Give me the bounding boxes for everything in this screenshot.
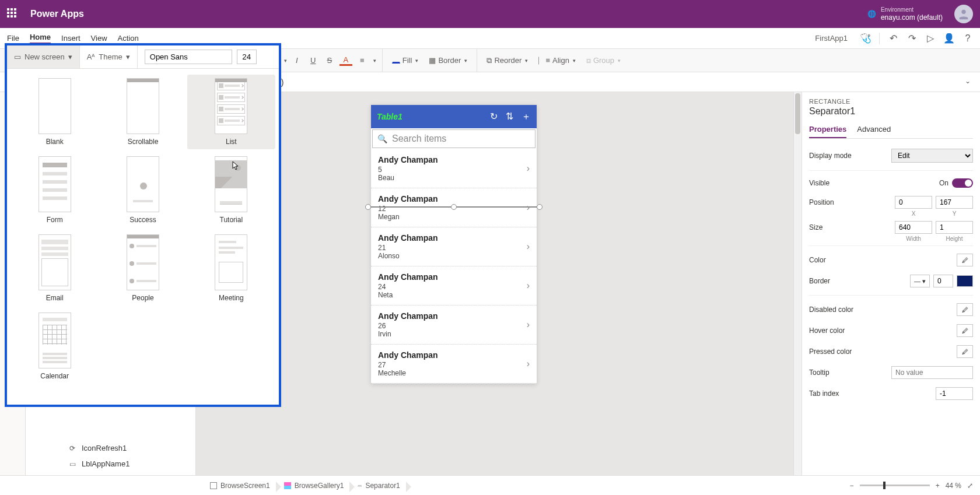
italic-icon[interactable]: I bbox=[290, 56, 303, 65]
template-scrollable[interactable]: Scrollable bbox=[99, 75, 187, 92]
text-align-icon[interactable]: ≡ bbox=[356, 56, 369, 65]
reorder-button[interactable]: ⧉ Reorder▾ bbox=[483, 54, 531, 68]
menu-home[interactable]: Home bbox=[30, 33, 51, 44]
environment-label: Environment bbox=[881, 6, 943, 13]
reorder-icon: ⧉ bbox=[487, 56, 492, 65]
font-size-input[interactable] bbox=[237, 50, 257, 64]
underline-icon[interactable]: U bbox=[307, 56, 320, 65]
border-icon: ▦ bbox=[429, 56, 436, 65]
template-blank[interactable]: Blank bbox=[10, 75, 99, 92]
app-checker-icon[interactable]: 🩺 bbox=[860, 33, 871, 44]
fill-swatch-icon bbox=[392, 58, 400, 64]
share-icon[interactable]: 👤 bbox=[944, 33, 954, 44]
theme-icon: Aᴬ bbox=[87, 52, 96, 61]
menu-action[interactable]: Action bbox=[118, 34, 139, 43]
environment-icon: 🌐 bbox=[867, 10, 876, 18]
svg-point-0 bbox=[961, 10, 965, 14]
template-thumbnail bbox=[127, 78, 159, 92]
new-screen-button[interactable]: ▭New screen▾ bbox=[7, 45, 80, 68]
template-list[interactable]: List bbox=[187, 75, 275, 92]
menu-file[interactable]: File bbox=[7, 34, 19, 43]
template-thumbnail bbox=[215, 78, 247, 92]
border-button[interactable]: ▦ Border▾ bbox=[425, 54, 471, 67]
theme-button[interactable]: AᴬTheme▾ bbox=[80, 45, 138, 68]
align-icon: ⎸≡ bbox=[538, 56, 550, 65]
account-avatar[interactable] bbox=[954, 5, 973, 23]
menu-insert[interactable]: Insert bbox=[61, 34, 80, 43]
screen-icon: ▭ bbox=[14, 52, 21, 61]
template-thumbnail bbox=[38, 78, 71, 92]
align-button[interactable]: ⎸≡ Align▾ bbox=[535, 54, 579, 68]
font-select[interactable] bbox=[145, 50, 232, 64]
help-icon[interactable]: ? bbox=[963, 33, 973, 44]
new-screen-popup: ▭New screen▾ AᴬTheme▾ BlankScrollableLis… bbox=[5, 43, 281, 92]
app-launcher-icon[interactable] bbox=[7, 8, 19, 20]
environment-value: enayu.com (default) bbox=[881, 13, 943, 22]
fill-button[interactable]: Fill▾ bbox=[388, 54, 422, 67]
product-title: Power Apps bbox=[30, 9, 84, 19]
redo-icon[interactable]: ↷ bbox=[907, 33, 917, 44]
app-name: FirstApp1 bbox=[815, 34, 848, 43]
play-icon[interactable]: ▷ bbox=[925, 33, 936, 44]
group-icon: ⧈ bbox=[586, 56, 591, 65]
environment-picker[interactable]: 🌐 Environment enayu.com (default) bbox=[867, 6, 943, 22]
strikethrough-icon[interactable]: S bbox=[323, 56, 336, 65]
menu-view[interactable]: View bbox=[91, 34, 107, 43]
top-suite-bar: Power Apps 🌐 Environment enayu.com (defa… bbox=[0, 0, 980, 28]
group-button[interactable]: ⧈ Group▾ bbox=[583, 54, 624, 68]
expand-formula-icon[interactable]: ⌄ bbox=[965, 77, 971, 85]
font-color-icon[interactable]: A bbox=[340, 55, 352, 66]
undo-icon[interactable]: ↶ bbox=[888, 33, 898, 44]
